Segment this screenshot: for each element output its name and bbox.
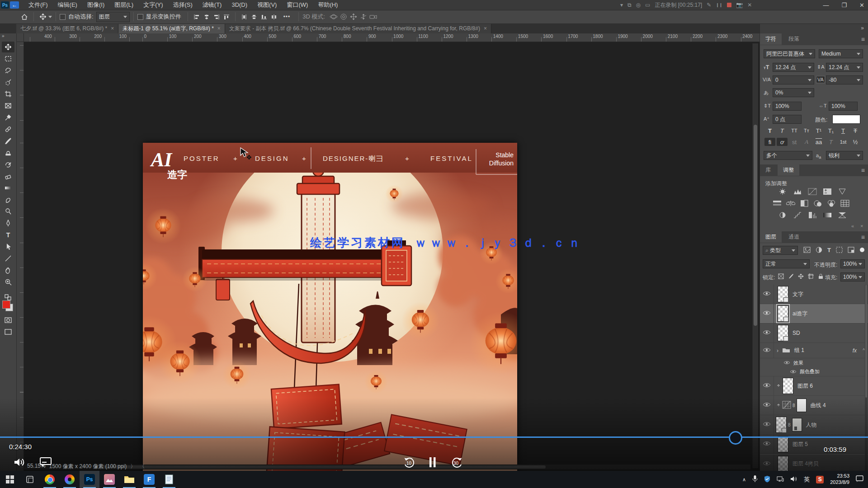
curves-adjustment-icon[interactable]	[782, 401, 791, 410]
layer-thumbnail[interactable]	[776, 417, 787, 433]
layer-thumbnail[interactable]	[778, 305, 788, 322]
screen-mode-icon[interactable]	[2, 326, 14, 337]
taskbar-photoshop-icon[interactable]: Ps	[80, 471, 99, 488]
recorder-close-icon[interactable]: ✕	[747, 2, 752, 8]
ruler-origin-box[interactable]	[16, 33, 24, 42]
tracking-dropdown[interactable]: -80	[826, 75, 863, 84]
channel-mixer-icon[interactable]	[827, 200, 836, 208]
speaker-icon[interactable]	[790, 476, 797, 483]
faux-bold-button[interactable]: T	[764, 127, 775, 135]
layer-row-layer-6[interactable]: 图层 6	[760, 376, 868, 396]
status-chevron[interactable]: 〈	[139, 463, 145, 470]
visibility-eye-icon[interactable]	[763, 310, 771, 317]
foreground-color-swatch[interactable]	[2, 300, 10, 309]
crop-tool[interactable]	[2, 89, 14, 99]
layer-thumbnail[interactable]	[778, 456, 788, 472]
network-display-icon[interactable]	[777, 476, 784, 483]
visibility-eye-icon[interactable]	[790, 369, 797, 375]
vibrance-icon[interactable]	[838, 188, 847, 197]
filter-adjustment-icon[interactable]	[816, 247, 822, 254]
tab-adjustments[interactable]: 调整	[778, 164, 799, 176]
skip-back-10-button[interactable]: 10	[402, 456, 416, 471]
dock-collapse-icon[interactable]: »	[861, 25, 864, 31]
eraser-tool[interactable]	[2, 171, 14, 182]
move-tool-option-icon[interactable]	[38, 11, 48, 22]
smudge-tool[interactable]	[2, 194, 14, 205]
gradient-map-icon[interactable]	[823, 211, 832, 220]
stylistic-alternates-button[interactable]: aa	[813, 138, 824, 146]
lock-artboard-icon[interactable]	[808, 273, 814, 281]
blend-mode-dropdown[interactable]: 正常	[763, 259, 810, 268]
lock-pixels-icon[interactable]	[788, 273, 794, 281]
align-left-icon[interactable]	[192, 12, 202, 21]
tray-expand-icon[interactable]: ∧	[742, 477, 746, 483]
filter-shape-icon[interactable]	[836, 247, 843, 254]
recorder-stop-icon[interactable]	[727, 3, 731, 7]
text-color-swatch[interactable]	[832, 115, 860, 124]
titling-alternates-button[interactable]: T	[826, 138, 836, 146]
language-dropdown[interactable]: 多个	[764, 151, 812, 160]
distribute-bottom-icon[interactable]	[259, 12, 269, 21]
curves-icon[interactable]	[808, 188, 817, 197]
exposure-icon[interactable]	[823, 188, 832, 197]
restore-button[interactable]: ❐	[841, 2, 847, 9]
recorder-window-icon[interactable]: ⧉	[627, 2, 632, 8]
menu-filter[interactable]: 滤镜(T)	[198, 0, 227, 10]
group-expand-arrow[interactable]: ›	[777, 347, 778, 354]
ime-language-indicator[interactable]: 英	[804, 475, 810, 483]
move-tool[interactable]	[2, 42, 14, 52]
posterize-icon[interactable]	[793, 211, 802, 220]
sogou-input-icon[interactable]: S	[816, 476, 824, 483]
font-family-dropdown[interactable]: 阿里巴巴普惠体	[764, 49, 815, 58]
mask-link-icon[interactable]: 8	[793, 403, 795, 408]
tab-close-icon[interactable]: ×	[217, 25, 221, 32]
distribute-center-h-icon[interactable]	[249, 12, 259, 21]
gradient-tool[interactable]	[2, 183, 14, 193]
tab-layers[interactable]: 图层	[760, 231, 782, 243]
layers-scrollbar[interactable]	[865, 285, 868, 474]
taskbar-file-explorer-icon[interactable]	[119, 471, 139, 488]
superscript-button[interactable]: T¹	[813, 127, 824, 135]
marquee-tool[interactable]	[2, 53, 14, 64]
layer-filter-dropdown[interactable]: ⌕ 类型	[763, 246, 798, 255]
menu-file[interactable]: 文件(F)	[24, 0, 53, 10]
show-transform-checkbox[interactable]	[137, 14, 143, 20]
menu-edit[interactable]: 编辑(E)	[53, 0, 82, 10]
lock-transparent-icon[interactable]	[778, 273, 784, 281]
volume-icon[interactable]	[14, 457, 25, 469]
tab-libraries[interactable]: 库	[760, 164, 776, 176]
panel-collapse-icon[interactable]: «	[851, 223, 854, 229]
toolbar-collapse-icon[interactable]: »	[2, 33, 5, 38]
color-lookup-icon[interactable]	[840, 200, 849, 208]
fill-field[interactable]: 100%	[840, 272, 865, 282]
black-white-icon[interactable]	[800, 200, 809, 208]
lock-position-icon[interactable]	[798, 273, 804, 281]
filter-smart-object-icon[interactable]	[848, 247, 854, 254]
auto-select-checkbox[interactable]	[60, 14, 66, 20]
underline-button[interactable]: T	[838, 127, 849, 135]
tab-qixi[interactable]: 七夕.tif @ 33.3% (图层 6, RGB/8#) *×	[16, 23, 118, 33]
leading-dropdown[interactable]: 12.24 点	[826, 63, 863, 72]
pen-tool[interactable]	[2, 218, 14, 229]
discretionary-ligatures-button[interactable]: st	[789, 138, 800, 146]
task-view-button[interactable]	[20, 471, 40, 488]
recorder-pencil-icon[interactable]: ✎	[707, 2, 711, 8]
auto-select-dropdown[interactable]: 图层	[96, 12, 130, 22]
visibility-eye-icon[interactable]	[763, 347, 771, 354]
pasteboard[interactable]: AI 造字 POSTER + DESIGN + DESIGNER-喇彐 + FE…	[24, 42, 760, 488]
menu-layer[interactable]: 图层(L)	[109, 0, 138, 10]
layer-thumbnail[interactable]	[778, 325, 788, 341]
tab-character[interactable]: 字符	[760, 33, 782, 45]
path-selection-tool[interactable]	[2, 241, 14, 252]
distribute-top-icon[interactable]	[239, 12, 249, 21]
visibility-eye-icon[interactable]	[783, 360, 790, 366]
menu-type[interactable]: 文字(Y)	[138, 0, 168, 10]
3d-slide-icon[interactable]	[359, 12, 368, 21]
taskbar-image-viewer-icon[interactable]	[99, 471, 119, 488]
canvas-vertical-scrollbar[interactable]	[752, 43, 758, 468]
photo-filter-icon[interactable]	[813, 200, 822, 208]
fractions-button[interactable]: ½	[850, 138, 861, 146]
filter-type-icon[interactable]: T	[827, 247, 831, 254]
selective-color-icon[interactable]	[838, 211, 847, 220]
recorder-dropdown-icon[interactable]: ▾	[620, 2, 623, 8]
